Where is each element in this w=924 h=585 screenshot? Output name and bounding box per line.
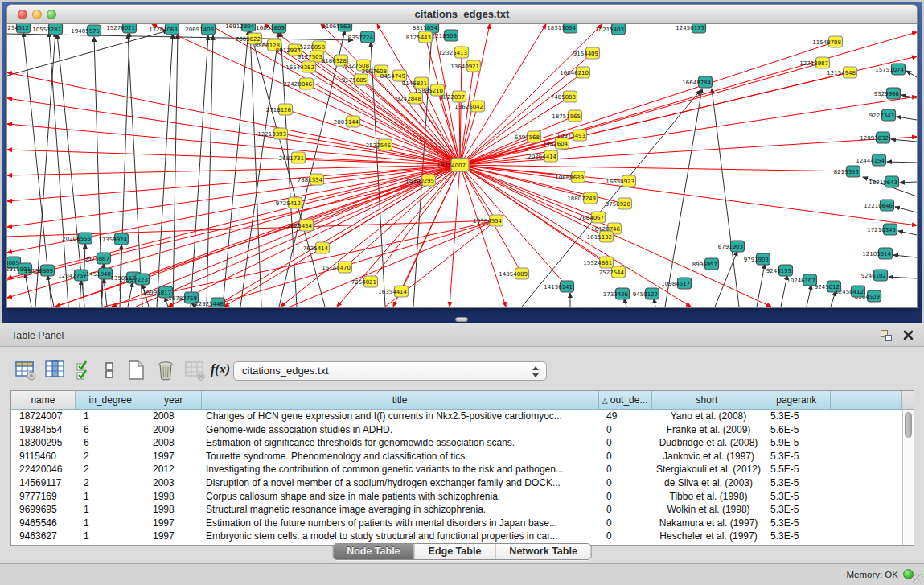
table-row[interactable]: 1938455462009Genome-wide association stu… — [11, 423, 902, 437]
network-desktop: citations_edges.txt 19405575206914061605… — [2, 2, 922, 323]
cell-pagerank: 5.3E-5 — [764, 503, 832, 517]
cell-in_degree: 2 — [76, 450, 146, 463]
cell-title: Tourette syndrome. Phenomenology and cla… — [202, 450, 600, 463]
graph-node-label: 8125443 — [406, 35, 431, 41]
cell-name: 9777169 — [11, 490, 76, 504]
select-rows-icon[interactable] — [74, 359, 97, 381]
graph-node-label: 11548708 — [812, 39, 841, 46]
column-select-icon[interactable] — [44, 359, 67, 381]
graph-node-label: 18751565 — [552, 113, 581, 120]
graph-node-label: 7625434 — [287, 223, 313, 229]
column-header-in_degree[interactable]: in_degree — [76, 391, 146, 410]
tab-edge-table[interactable]: Edge Table — [414, 544, 495, 559]
column-header-out_de...[interactable]: △out_de... — [599, 391, 652, 410]
scrollbar-thumb[interactable] — [905, 412, 912, 438]
graph-node-label: 12450412 — [835, 289, 864, 295]
table-row[interactable]: 911546021997Tourette syndrome. Phenomeno… — [11, 450, 902, 463]
graph-node-label: 18807249 — [567, 196, 596, 202]
graph-node-label: 9246155 — [766, 268, 791, 274]
cell-short: Stergiakouli et al. (2012) — [653, 463, 764, 476]
table-header-row: namein_degreeyeartitle△out_de...shortpag… — [11, 391, 914, 410]
row-height-icon[interactable] — [98, 359, 121, 381]
table-row[interactable]: 946554611997Estimation of the future num… — [11, 517, 902, 530]
cell-in_degree: 2 — [76, 463, 146, 476]
vertical-scrollbar[interactable] — [902, 410, 914, 545]
network-window-titlebar[interactable]: citations_edges.txt — [6, 4, 918, 24]
graph-node-label: 2684067 — [579, 215, 604, 221]
tab-network-table[interactable]: Network Table — [495, 544, 591, 559]
graph-node-label: 12213393 — [257, 131, 286, 138]
new-table-icon[interactable] — [125, 359, 147, 381]
cell-name: 18724007 — [11, 410, 76, 423]
table-row[interactable]: 969969511998Structural magnetic resonanc… — [11, 503, 902, 517]
float-panel-icon[interactable] — [881, 330, 892, 341]
cell-title: Structural magnetic resonance image aver… — [202, 503, 600, 517]
graph-node-label: 16543382 — [285, 64, 314, 71]
network-canvas[interactable]: 1940557520691406160538099357224881305412… — [6, 24, 918, 308]
cell-short: de Silva et al. (2003) — [653, 476, 764, 490]
cell-pagerank: 5.3E-5 — [764, 450, 832, 463]
graph-node-label: 10553287 — [32, 27, 61, 33]
table-row[interactable]: 1830029562008Estimation of significance … — [11, 436, 902, 450]
cell-short: Hescheler et al. (1997) — [653, 529, 764, 543]
table-row[interactable]: 1872400712008Changes of HCN gene express… — [11, 410, 902, 423]
table-settings-icon[interactable] — [14, 359, 37, 381]
graph-node-label: 18724007 — [437, 163, 466, 169]
column-header-year[interactable]: year — [146, 391, 202, 410]
cell-title: Disruption of a novel member of a sodium… — [202, 476, 600, 490]
cell-pagerank: 5.3E-5 — [764, 410, 832, 423]
graph-node-label: 16053809 — [256, 25, 285, 31]
close-panel-icon[interactable] — [902, 329, 914, 341]
table-row[interactable]: 977716911998Corpus callosum shape and si… — [11, 490, 902, 504]
column-header-filler[interactable] — [831, 391, 902, 410]
graph-node-label: 10246107 — [786, 278, 815, 284]
graph-node-label: 2681731 — [279, 155, 304, 162]
cell-title: Investigating the contribution of common… — [202, 463, 600, 476]
column-header-title[interactable]: title — [202, 391, 599, 410]
cell-name: 18300295 — [11, 436, 76, 450]
cell-year: 2008 — [146, 436, 202, 450]
minimize-traffic-light[interactable] — [32, 10, 42, 19]
table-row[interactable]: 946362711997Embryonic stem cells: a mode… — [11, 529, 902, 543]
graph-node-label: 16995817 — [142, 290, 171, 296]
column-header-name[interactable]: name — [11, 391, 76, 410]
network-graph[interactable]: 1940557520691406160538099357224881305412… — [7, 24, 917, 307]
graph-node-label: 12444154 — [856, 158, 885, 164]
table-row[interactable]: 2242004622012Investigating the contribut… — [11, 463, 902, 476]
resize-grip[interactable] — [913, 574, 923, 584]
graph-node-label: 15524861 — [583, 260, 612, 266]
cell-year: 2003 — [146, 476, 202, 490]
graph-node-label: 7635414 — [303, 245, 329, 252]
delete-table-trash-icon[interactable] — [154, 359, 177, 381]
graph-node-label: 13626042 — [454, 104, 483, 110]
graph-node-label: 14854089 — [499, 271, 528, 278]
tab-node-table[interactable]: Node Table — [333, 544, 413, 559]
table-selector-dropdown[interactable]: citations_edges.txt — [233, 361, 547, 381]
graph-node-label: 15276021 — [106, 25, 135, 31]
cell-out_de...: 0 — [600, 529, 653, 543]
graph-node-label: 17284063 — [149, 27, 178, 33]
graph-node-label: 12213987 — [799, 60, 828, 67]
graph-node-label: 15751074 — [875, 67, 904, 73]
cell-in_degree: 6 — [76, 423, 146, 437]
graph-node-label: 19384554 — [473, 218, 502, 225]
graph-node-label: 2522544 — [599, 270, 625, 276]
graph-node-label: 10688639 — [555, 175, 584, 181]
cell-out_de...: 0 — [600, 450, 653, 463]
graph-node-label: 14136141 — [544, 284, 573, 290]
table-row[interactable]: 1456911722003Disruption of a novel membe… — [11, 476, 902, 490]
cell-in_degree: 2 — [76, 476, 146, 490]
cell-name: 9463627 — [11, 529, 76, 543]
cell-title: Changes of HCN gene expression and I(f) … — [202, 410, 600, 423]
column-header-short[interactable]: short — [652, 391, 763, 410]
cell-year: 1997 — [146, 450, 202, 463]
graph-node-label: 8454749 — [380, 73, 405, 80]
graph-node-label: 7462604 — [543, 141, 569, 147]
split-divider-handle[interactable] — [455, 317, 468, 322]
table-body: 1872400712008Changes of HCN gene express… — [11, 410, 902, 545]
graph-node-label: 7663822 — [236, 36, 261, 43]
close-traffic-light[interactable] — [18, 10, 27, 19]
cell-pagerank: 5.3E-5 — [764, 517, 832, 530]
zoom-traffic-light[interactable] — [47, 10, 56, 19]
column-header-pagerank[interactable]: pagerank — [762, 391, 831, 410]
